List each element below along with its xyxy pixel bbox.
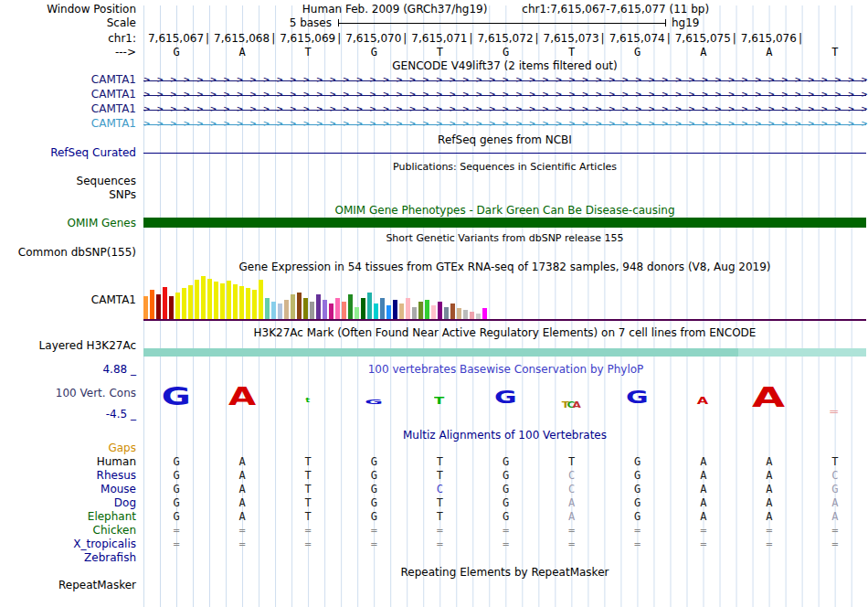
gtex-tissue-bar xyxy=(316,294,321,320)
alignment-row-x_tropicalis[interactable]: X_tropicalis=========== xyxy=(0,538,868,551)
h3k27ac-row[interactable]: Layered H3K27Ac xyxy=(0,339,868,357)
species-label[interactable]: Chicken xyxy=(0,524,143,538)
omim-gene-bar[interactable] xyxy=(143,218,866,228)
gtex-gene-label[interactable]: CAMTA1 xyxy=(0,293,143,306)
publications-track-header: Publications: Sequences in Scientific Ar… xyxy=(143,161,866,173)
alignment-base xyxy=(143,551,209,565)
alignment-base xyxy=(407,442,472,455)
gene-label[interactable]: CAMTA1 xyxy=(0,117,143,132)
alignment-base: G xyxy=(472,510,538,524)
alignment-base: G xyxy=(472,483,538,496)
sequences-label[interactable]: Sequences xyxy=(0,175,143,187)
refseq-curated-label[interactable]: RefSeq Curated xyxy=(0,146,143,159)
assembly-title: Human Feb. 2009 (GRCh37/hg19) xyxy=(302,3,488,16)
gtex-tissue-bar xyxy=(188,285,193,320)
alignment-row-human[interactable]: HumanGATGTGTGAAT xyxy=(0,455,868,469)
repeatmasker-label[interactable]: RepeatMasker xyxy=(0,579,143,591)
snps-row: SNPs xyxy=(0,188,868,202)
gtex-expression-barchart[interactable] xyxy=(143,274,489,320)
species-label[interactable]: Dog xyxy=(0,496,143,510)
alignment-row-dog[interactable]: DogGATGTGAGAAA xyxy=(0,496,868,510)
omim-track-header: OMIM Gene Phenotypes - Dark Green Can Be… xyxy=(143,204,866,217)
species-label[interactable]: Zebrafish xyxy=(0,551,143,565)
h3k27ac-label[interactable]: Layered H3K27Ac xyxy=(0,339,143,352)
alignment-base: A xyxy=(671,496,736,510)
position-range: chr1:7,615,067-7,615,077 (11 bp) xyxy=(522,3,709,16)
alignment-base: C xyxy=(539,469,605,483)
strand-chevrons: >>>>>>>>>>>>>>>>>>>>>>>>>>>>>>>>>>>>>>>>… xyxy=(143,75,868,84)
alignment-base: T xyxy=(407,455,472,469)
base-letter: G xyxy=(143,46,209,59)
gtex-tissue-bar xyxy=(207,279,212,320)
alignment-base: G xyxy=(143,483,209,496)
gtex-tissue-bar xyxy=(425,300,429,320)
dbsnp-label[interactable]: Common dbSNP(155) xyxy=(0,246,143,259)
gtex-tissue-bar xyxy=(393,300,397,320)
gtex-tissue-bar xyxy=(284,300,289,320)
species-label[interactable]: Rhesus xyxy=(0,469,143,483)
gtex-tissue-bar xyxy=(412,307,417,320)
alignment-base xyxy=(341,442,407,455)
repeatmasker-track-header: Repeating Elements by RepeatMasker xyxy=(143,566,866,579)
gene-row[interactable]: CAMTA1>>>>>>>>>>>>>>>>>>>>>>>>>>>>>>>>>>… xyxy=(0,73,868,88)
strand-chevrons: >>>>>>>>>>>>>>>>>>>>>>>>>>>>>>>>>>>>>>>>… xyxy=(143,90,868,99)
alignment-base: A xyxy=(209,469,275,483)
gene-label[interactable]: CAMTA1 xyxy=(0,73,143,88)
omim-genes-row[interactable]: OMIM Genes xyxy=(0,217,868,230)
gene-row[interactable]: CAMTA1>>>>>>>>>>>>>>>>>>>>>>>>>>>>>>>>>>… xyxy=(0,117,868,132)
gene-label[interactable]: CAMTA1 xyxy=(0,102,143,117)
gene-row[interactable]: CAMTA1>>>>>>>>>>>>>>>>>>>>>>>>>>>>>>>>>>… xyxy=(0,88,868,102)
gtex-track-header: Gene Expression in 54 tissues from GTEx … xyxy=(143,261,866,273)
alignment-base xyxy=(671,551,736,565)
h3k27ac-track-header: H3K27Ac Mark (Often Found Near Active Re… xyxy=(143,326,866,339)
gtex-tissue-bar xyxy=(278,304,282,320)
alignment-base: = xyxy=(209,524,275,538)
coordinates-row: chr1: 7,615,067|7,615,068|7,615,069|7,61… xyxy=(0,32,868,46)
gtex-tissue-bar xyxy=(156,294,161,320)
species-label[interactable]: Elephant xyxy=(0,510,143,524)
snps-label[interactable]: SNPs xyxy=(0,188,143,201)
alignment-base: = xyxy=(407,524,472,538)
alignment-base: T xyxy=(275,496,341,510)
gtex-tissue-bar xyxy=(259,280,263,320)
base-position-ruler[interactable]: 7,615,067|7,615,068|7,615,069|7,615,070|… xyxy=(143,32,868,46)
alignment-base: G xyxy=(143,455,209,469)
species-label[interactable]: Human xyxy=(0,455,143,469)
sequence-row: ---> GATGTGTGAAT xyxy=(0,46,868,59)
vert-cons-label[interactable]: 100 Vert. Cons xyxy=(0,387,143,399)
gene-row[interactable]: CAMTA1>>>>>>>>>>>>>>>>>>>>>>>>>>>>>>>>>>… xyxy=(0,102,868,117)
alignment-base: A xyxy=(209,510,275,524)
alignment-base: = xyxy=(209,538,275,551)
window-position-row: Window Position Human Feb. 2009 (GRCh37/… xyxy=(0,3,868,16)
species-label[interactable]: Gaps xyxy=(0,442,143,455)
coordinate-cell xyxy=(802,32,868,46)
alignment-base: A xyxy=(736,496,802,510)
coordinate-value: 7,615,074 xyxy=(609,32,665,45)
coordinate-value: 7,615,076 xyxy=(741,32,797,45)
refseq-curated-row[interactable]: RefSeq Curated xyxy=(0,146,868,160)
alignment-row-elephant[interactable]: ElephantGATGTGAGAAA xyxy=(0,510,868,524)
gene-label[interactable]: CAMTA1 xyxy=(0,88,143,102)
coordinate-value: 7,615,069 xyxy=(280,32,335,45)
species-label[interactable]: Mouse xyxy=(0,483,143,496)
alignment-base: G xyxy=(341,455,407,469)
window-position-title: Human Feb. 2009 (GRCh37/hg19)chr1:7,615,… xyxy=(143,3,868,16)
dna-sequence-track[interactable]: GATGTGTGAAT xyxy=(143,46,868,59)
gtex-tissue-bar xyxy=(182,288,186,320)
alignment-row-rhesus[interactable]: RhesusGATGTGCGAAC xyxy=(0,469,868,483)
alignment-row-chicken[interactable]: Chicken=========== xyxy=(0,524,868,538)
refseq-gene-line xyxy=(143,153,866,154)
alignment-row-gaps[interactable]: Gaps xyxy=(0,442,868,455)
base-letter: G xyxy=(472,46,538,59)
species-label[interactable]: X_tropicalis xyxy=(0,538,143,551)
base-letter: T xyxy=(407,46,472,59)
coordinate-cell: 7,615,068| xyxy=(209,32,275,46)
strand-chevrons: >>>>>>>>>>>>>>>>>>>>>>>>>>>>>>>>>>>>>>>>… xyxy=(143,119,868,128)
coordinate-cell: 7,615,074| xyxy=(605,32,671,46)
alignment-cells: GATGCGCGAAG xyxy=(143,483,868,496)
omim-genes-label[interactable]: OMIM Genes xyxy=(0,217,143,229)
gene-strand-arrows: >>>>>>>>>>>>>>>>>>>>>>>>>>>>>>>>>>>>>>>>… xyxy=(143,88,868,102)
alignment-row-zebrafish[interactable]: Zebrafish xyxy=(0,551,868,565)
alignment-base: = xyxy=(802,538,868,551)
alignment-row-mouse[interactable]: MouseGATGCGCGAAG xyxy=(0,483,868,496)
